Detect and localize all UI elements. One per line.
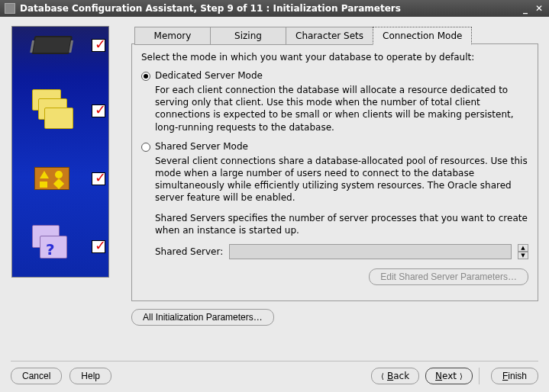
separator <box>11 361 538 361</box>
chevron-left-icon: ⟨ <box>381 372 384 381</box>
tab-memory[interactable]: Memory <box>134 27 211 45</box>
shared-desc: Several client connections share a datab… <box>155 155 528 204</box>
shared-server-spinner[interactable]: ▲ ▼ <box>518 244 528 259</box>
files-icon <box>32 89 72 132</box>
back-button[interactable]: ⟨ Back <box>371 368 419 384</box>
app-icon <box>5 3 15 14</box>
edit-shared-params-button[interactable]: Edit Shared Server Parameters… <box>369 268 528 285</box>
finish-button[interactable]: Finish <box>491 368 538 384</box>
radio-dedicated-label[interactable]: Dedicated Server Mode <box>155 70 263 81</box>
help-button[interactable]: Help <box>69 368 111 384</box>
intro-text: Select the mode in which you want your d… <box>141 52 528 63</box>
back-label: ack <box>393 371 409 381</box>
separator <box>479 368 485 384</box>
wizard-sidebar: ? <box>11 26 110 355</box>
chevron-right-icon: ⟩ <box>460 372 463 381</box>
spinner-up-icon[interactable]: ▲ <box>518 244 528 252</box>
help-files-icon: ? <box>32 225 72 268</box>
radio-shared[interactable] <box>141 143 150 152</box>
tab-connection-mode[interactable]: Connection Mode <box>373 27 472 45</box>
window-title: Database Configuration Assistant, Step 9… <box>20 3 520 14</box>
shared-extra-desc: Shared Servers specifies the number of s… <box>155 212 528 236</box>
cpu-icon <box>31 36 73 54</box>
next-button[interactable]: Next ⟩ <box>425 368 473 384</box>
shared-server-label: Shared Server: <box>155 246 223 257</box>
step-check-icon <box>92 39 105 52</box>
step-check-icon <box>92 104 105 117</box>
tabs: Memory Sizing Character Sets Connection … <box>134 26 538 44</box>
all-init-params-button[interactable]: All Initialization Parameters… <box>131 309 274 326</box>
close-button[interactable]: ✕ <box>534 3 544 14</box>
shared-server-input[interactable] <box>229 244 512 259</box>
minimize-button[interactable]: _ <box>520 3 531 14</box>
next-label: ext <box>442 371 457 381</box>
tab-body: Select the mode in which you want your d… <box>131 43 538 301</box>
spinner-down-icon[interactable]: ▼ <box>518 252 528 259</box>
step-check-icon <box>92 240 105 253</box>
cancel-button[interactable]: Cancel <box>11 368 62 384</box>
dedicated-desc: For each client connection the database … <box>155 84 528 133</box>
tab-character-sets[interactable]: Character Sets <box>286 27 373 45</box>
shapes-icon <box>34 167 69 190</box>
titlebar: Database Configuration Assistant, Step 9… <box>0 0 549 17</box>
tab-sizing[interactable]: Sizing <box>210 27 286 45</box>
radio-shared-label[interactable]: Shared Server Mode <box>155 141 248 152</box>
radio-dedicated[interactable] <box>141 72 150 81</box>
step-check-icon <box>92 172 105 185</box>
